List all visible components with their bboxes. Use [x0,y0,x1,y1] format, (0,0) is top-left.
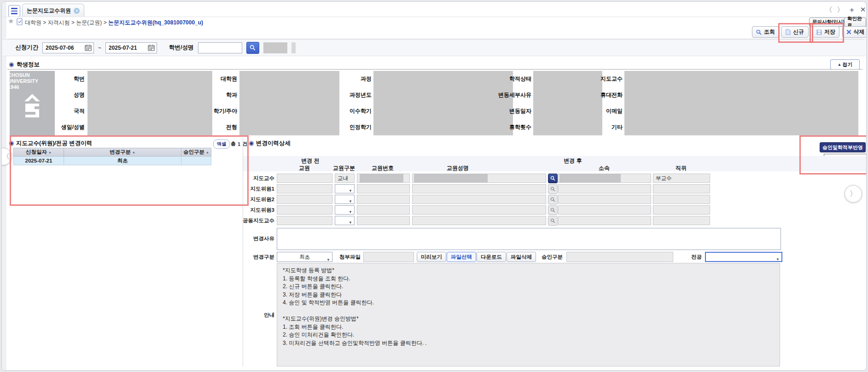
history-row-selected[interactable]: 2025-07-21 최초 [13,157,211,165]
confirm-complete-button[interactable]: 확인완료 [844,17,866,27]
co-advisor-row: 공동지도교수 [2,216,866,225]
section-bullet-icon [9,61,14,67]
search-button[interactable]: 조회 [752,26,779,38]
committee2-type-dropdown[interactable] [335,195,355,204]
date-from-input[interactable]: 2025-07-06 [42,42,94,53]
col-header-type[interactable]: 변경구분 [64,148,181,157]
committee1-type-dropdown[interactable] [335,184,355,193]
co-advisor-no-input[interactable] [357,216,410,225]
delete-button[interactable]: 삭제 [842,26,867,38]
committee2-row: 지도위원2 [2,195,866,204]
download-button[interactable]: 다운로드 [477,252,506,262]
committee2-search-button[interactable] [548,195,558,204]
col-position: 직위 [658,164,705,172]
co-advisor-type-dropdown[interactable] [335,216,355,225]
change-type-dropdown[interactable]: 최초 [277,252,332,262]
advisor-name-input[interactable] [412,174,546,183]
reason-textarea[interactable] [277,228,781,250]
history-table: 신청일자 변경구분 승인구분 2025-07-21 최초 [13,148,211,165]
advisor-position-input[interactable]: 부교수 [653,174,710,183]
range-separator: ~ [98,45,101,51]
new-doc-icon [786,29,791,35]
co-advisor-affiliation-input[interactable] [558,216,651,225]
committee1-name-input[interactable] [412,184,546,193]
date-to-input[interactable]: 2025-07-21 [105,42,157,53]
student-id-name-label: 학번/성명 [169,44,193,52]
co-advisor-faculty-input[interactable] [277,216,332,225]
col-header-approval[interactable]: 승인구분 [181,148,211,157]
search-icon [550,176,555,181]
col-faculty-no: 교원번호 [359,164,406,172]
inquiry-button[interactable]: 문의사항(입시) [809,17,848,27]
committee3-search-button[interactable] [548,205,558,215]
advisor-type-input[interactable]: 교내 [335,174,355,183]
save-button[interactable]: 저장 [812,26,839,38]
select-file-button[interactable]: 파일선택 [447,252,476,262]
student-section-title: 학생정보 [17,61,40,69]
committee3-position-input[interactable] [653,205,710,215]
search-icon [550,186,555,192]
committee1-position-input[interactable] [653,184,710,193]
delete-file-button[interactable]: 파일삭제 [507,252,536,262]
preview-button[interactable]: 미리보기 [417,252,446,262]
new-button[interactable]: 신규 [781,26,809,38]
panel-next-arrow[interactable]: 〉 [845,185,862,203]
committee1-search-button[interactable] [548,184,558,194]
col-header-date[interactable]: 신청일자 [13,148,64,157]
breadcrumb-path: 대학원 > 자격시험 > 논문(교원) > [25,19,107,26]
tab-close-icon[interactable] [74,8,80,14]
tab-thesis-advisor[interactable]: 논문지도교수위원 [22,4,84,17]
advisor-search-button[interactable] [548,174,558,183]
committee3-name-input[interactable] [412,205,546,215]
student-values-redacted [87,71,212,135]
committee1-affiliation-input[interactable] [558,184,651,193]
co-advisor-name-input[interactable] [412,216,546,225]
advisor-no-input[interactable] [357,174,410,183]
approval-type-input[interactable] [566,252,673,262]
committee1-faculty-input[interactable] [277,184,332,193]
committee3-row: 지도위원3 [2,205,866,215]
committee3-affiliation-input[interactable] [558,205,651,215]
search-icon [756,29,762,35]
committee2-label: 지도위원2 [231,195,274,204]
committee2-faculty-input[interactable] [277,195,332,204]
student-label-col-3: 과정 과정년도 이수학기 인정학기 [339,71,372,135]
co-advisor-search-button[interactable] [548,216,558,226]
collapse-button[interactable]: ▲ 접기 [830,59,860,70]
committee2-no-input[interactable] [357,195,410,204]
student-id-name-input[interactable] [198,42,242,53]
menu-hamburger-icon[interactable] [8,5,20,17]
attachment-input[interactable] [363,252,414,262]
committee3-type-dropdown[interactable] [335,205,355,215]
committee2-affiliation-input[interactable] [558,195,651,204]
nav-next-icon[interactable]: 〉 [836,6,845,14]
advisor-faculty-input[interactable] [277,174,332,183]
committee2-position-input[interactable] [653,195,710,204]
committee1-no-input[interactable] [357,184,410,193]
committee1-row: 지도위원1 [2,184,866,193]
reason-label: 변경사유 [231,234,274,243]
approve-reflect-button[interactable]: 승인및학적부반영 [820,142,866,152]
col-affiliation: 소속 [581,164,628,172]
major-dropdown[interactable] [705,252,782,262]
redacted-value [414,174,488,183]
advisor-affiliation-input[interactable] [558,174,651,183]
nav-add-icon[interactable]: + [847,6,856,15]
co-advisor-position-input[interactable] [653,216,710,225]
favorite-star-icon[interactable]: ★ [8,17,14,25]
nav-close-icon[interactable]: ✕ [858,6,867,14]
committee3-no-input[interactable] [357,205,410,215]
committee2-name-input[interactable] [412,195,546,204]
panel-prev-arrow[interactable]: 〈 [1,148,12,165]
total-count: 총 1 건 [231,140,247,147]
collapse-arrow-icon: ▲ [838,62,842,67]
chevron-down-icon [349,208,352,216]
nav-prev-icon[interactable]: 〈 [824,6,833,14]
history-section-title: 지도교수(위원)/전공 변경이력 [16,140,92,147]
student-search-button[interactable] [246,42,259,54]
committee3-faculty-input[interactable] [277,205,332,215]
co-advisor-label: 공동지도교수 [231,216,274,225]
save-disk-icon [816,29,822,35]
excel-button[interactable]: 엑셀 [213,140,230,149]
sort-asc-icon [132,151,135,154]
